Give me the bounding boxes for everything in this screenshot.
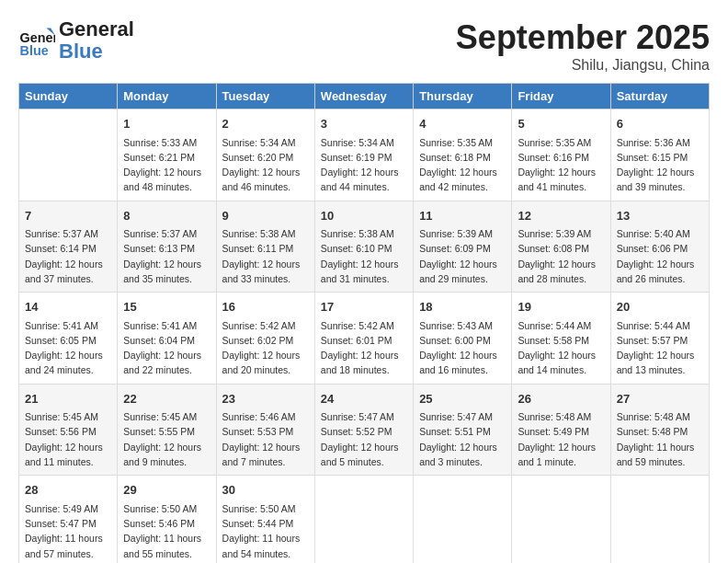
day-number: 18 xyxy=(419,298,506,316)
calendar-cell: 23Sunrise: 5:46 AM Sunset: 5:53 PM Dayli… xyxy=(216,384,314,476)
calendar-cell xyxy=(19,109,118,201)
calendar-cell: 9Sunrise: 5:38 AM Sunset: 6:11 PM Daylig… xyxy=(216,201,314,293)
calendar-cell: 13Sunrise: 5:40 AM Sunset: 6:06 PM Dayli… xyxy=(610,201,709,293)
day-info: Sunrise: 5:42 AM Sunset: 6:01 PM Dayligh… xyxy=(321,318,407,378)
day-number: 29 xyxy=(123,481,210,500)
day-info: Sunrise: 5:43 AM Sunset: 6:00 PM Dayligh… xyxy=(419,318,506,378)
calendar-cell: 29Sunrise: 5:50 AM Sunset: 5:46 PM Dayli… xyxy=(118,476,216,563)
calendar-cell: 7Sunrise: 5:37 AM Sunset: 6:14 PM Daylig… xyxy=(19,201,118,293)
day-info: Sunrise: 5:35 AM Sunset: 6:18 PM Dayligh… xyxy=(419,135,506,195)
calendar-cell: 20Sunrise: 5:44 AM Sunset: 5:57 PM Dayli… xyxy=(610,293,709,385)
day-number: 5 xyxy=(518,115,604,133)
day-number: 26 xyxy=(518,390,604,408)
day-info: Sunrise: 5:39 AM Sunset: 6:08 PM Dayligh… xyxy=(518,226,604,286)
day-info: Sunrise: 5:45 AM Sunset: 5:56 PM Dayligh… xyxy=(25,409,111,469)
week-row-5: 28Sunrise: 5:49 AM Sunset: 5:47 PM Dayli… xyxy=(19,476,710,563)
weekday-header-row: SundayMondayTuesdayWednesdayThursdayFrid… xyxy=(19,84,710,109)
day-info: Sunrise: 5:44 AM Sunset: 5:57 PM Dayligh… xyxy=(617,318,703,378)
weekday-header-sunday: Sunday xyxy=(19,84,118,109)
calendar-cell: 16Sunrise: 5:42 AM Sunset: 6:02 PM Dayli… xyxy=(216,293,314,385)
calendar-cell: 8Sunrise: 5:37 AM Sunset: 6:13 PM Daylig… xyxy=(118,201,216,293)
calendar-cell: 22Sunrise: 5:45 AM Sunset: 5:55 PM Dayli… xyxy=(118,384,216,476)
week-row-4: 21Sunrise: 5:45 AM Sunset: 5:56 PM Dayli… xyxy=(19,384,710,476)
day-info: Sunrise: 5:34 AM Sunset: 6:19 PM Dayligh… xyxy=(321,135,407,195)
day-number: 10 xyxy=(321,207,407,225)
logo-line1: General xyxy=(59,18,134,40)
day-info: Sunrise: 5:48 AM Sunset: 5:49 PM Dayligh… xyxy=(518,409,604,469)
week-row-3: 14Sunrise: 5:41 AM Sunset: 6:05 PM Dayli… xyxy=(19,293,710,385)
weekday-header-wednesday: Wednesday xyxy=(314,84,413,109)
calendar-cell: 2Sunrise: 5:34 AM Sunset: 6:20 PM Daylig… xyxy=(216,109,314,201)
calendar-cell: 21Sunrise: 5:45 AM Sunset: 5:56 PM Dayli… xyxy=(19,384,118,476)
day-info: Sunrise: 5:40 AM Sunset: 6:06 PM Dayligh… xyxy=(617,226,703,286)
day-number: 25 xyxy=(419,390,506,408)
day-number: 23 xyxy=(222,390,309,408)
calendar-cell: 25Sunrise: 5:47 AM Sunset: 5:51 PM Dayli… xyxy=(414,384,512,476)
day-number: 21 xyxy=(25,390,111,408)
calendar-cell: 1Sunrise: 5:33 AM Sunset: 6:21 PM Daylig… xyxy=(118,109,216,201)
calendar-cell: 18Sunrise: 5:43 AM Sunset: 6:00 PM Dayli… xyxy=(414,293,512,385)
day-number: 30 xyxy=(222,481,309,500)
weekday-header-saturday: Saturday xyxy=(610,84,709,109)
day-number: 3 xyxy=(321,115,407,133)
day-number: 20 xyxy=(617,298,703,316)
calendar-cell: 26Sunrise: 5:48 AM Sunset: 5:49 PM Dayli… xyxy=(512,384,610,476)
day-number: 22 xyxy=(123,390,210,408)
location-subtitle: Shilu, Jiangsu, China xyxy=(456,57,710,74)
svg-text:Blue: Blue xyxy=(20,43,49,58)
calendar-cell: 15Sunrise: 5:41 AM Sunset: 6:04 PM Dayli… xyxy=(118,293,216,385)
month-title: September 2025 xyxy=(456,18,710,57)
day-info: Sunrise: 5:50 AM Sunset: 5:46 PM Dayligh… xyxy=(123,501,210,561)
day-info: Sunrise: 5:35 AM Sunset: 6:16 PM Dayligh… xyxy=(518,135,604,195)
calendar-cell xyxy=(414,476,512,563)
calendar-cell: 28Sunrise: 5:49 AM Sunset: 5:47 PM Dayli… xyxy=(19,476,118,563)
weekday-header-tuesday: Tuesday xyxy=(216,84,314,109)
week-row-1: 1Sunrise: 5:33 AM Sunset: 6:21 PM Daylig… xyxy=(19,109,710,201)
calendar-cell: 27Sunrise: 5:48 AM Sunset: 5:48 PM Dayli… xyxy=(610,384,709,476)
calendar-cell: 30Sunrise: 5:50 AM Sunset: 5:44 PM Dayli… xyxy=(216,476,314,563)
day-number: 13 xyxy=(617,207,703,225)
day-number: 6 xyxy=(617,115,703,133)
day-info: Sunrise: 5:47 AM Sunset: 5:51 PM Dayligh… xyxy=(419,409,506,469)
day-number: 11 xyxy=(419,207,506,225)
day-info: Sunrise: 5:38 AM Sunset: 6:10 PM Dayligh… xyxy=(321,226,407,286)
day-info: Sunrise: 5:41 AM Sunset: 6:04 PM Dayligh… xyxy=(123,318,210,378)
day-info: Sunrise: 5:48 AM Sunset: 5:48 PM Dayligh… xyxy=(617,409,703,469)
day-number: 27 xyxy=(617,390,703,408)
day-info: Sunrise: 5:34 AM Sunset: 6:20 PM Dayligh… xyxy=(222,135,309,195)
day-number: 24 xyxy=(321,390,407,408)
weekday-header-friday: Friday xyxy=(512,84,610,109)
calendar-cell xyxy=(610,476,709,563)
day-info: Sunrise: 5:41 AM Sunset: 6:05 PM Dayligh… xyxy=(25,318,111,378)
calendar-cell: 19Sunrise: 5:44 AM Sunset: 5:58 PM Dayli… xyxy=(512,293,610,385)
day-number: 28 xyxy=(25,481,111,500)
day-number: 7 xyxy=(25,207,111,225)
weekday-header-thursday: Thursday xyxy=(414,84,512,109)
day-info: Sunrise: 5:44 AM Sunset: 5:58 PM Dayligh… xyxy=(518,318,604,378)
logo-line2: Blue xyxy=(59,40,134,63)
day-info: Sunrise: 5:39 AM Sunset: 6:09 PM Dayligh… xyxy=(419,226,506,286)
week-row-2: 7Sunrise: 5:37 AM Sunset: 6:14 PM Daylig… xyxy=(19,201,710,293)
calendar-cell: 3Sunrise: 5:34 AM Sunset: 6:19 PM Daylig… xyxy=(314,109,413,201)
calendar-cell: 17Sunrise: 5:42 AM Sunset: 6:01 PM Dayli… xyxy=(314,293,413,385)
day-number: 15 xyxy=(123,298,210,316)
day-number: 14 xyxy=(25,298,111,316)
logo: General Blue General Blue xyxy=(18,18,134,63)
calendar-cell: 6Sunrise: 5:36 AM Sunset: 6:15 PM Daylig… xyxy=(610,109,709,201)
calendar-cell: 10Sunrise: 5:38 AM Sunset: 6:10 PM Dayli… xyxy=(314,201,413,293)
day-number: 17 xyxy=(321,298,407,316)
day-info: Sunrise: 5:47 AM Sunset: 5:52 PM Dayligh… xyxy=(321,409,407,469)
day-number: 9 xyxy=(222,207,309,225)
calendar-cell: 24Sunrise: 5:47 AM Sunset: 5:52 PM Dayli… xyxy=(314,384,413,476)
day-info: Sunrise: 5:46 AM Sunset: 5:53 PM Dayligh… xyxy=(222,409,309,469)
calendar-cell xyxy=(314,476,413,563)
calendar-table: SundayMondayTuesdayWednesdayThursdayFrid… xyxy=(18,83,710,563)
calendar-cell: 12Sunrise: 5:39 AM Sunset: 6:08 PM Dayli… xyxy=(512,201,610,293)
day-number: 2 xyxy=(222,115,309,133)
day-info: Sunrise: 5:42 AM Sunset: 6:02 PM Dayligh… xyxy=(222,318,309,378)
day-number: 12 xyxy=(518,207,604,225)
day-number: 8 xyxy=(123,207,210,225)
logo-icon: General Blue xyxy=(18,22,55,59)
day-info: Sunrise: 5:33 AM Sunset: 6:21 PM Dayligh… xyxy=(123,135,210,195)
day-info: Sunrise: 5:37 AM Sunset: 6:13 PM Dayligh… xyxy=(123,226,210,286)
